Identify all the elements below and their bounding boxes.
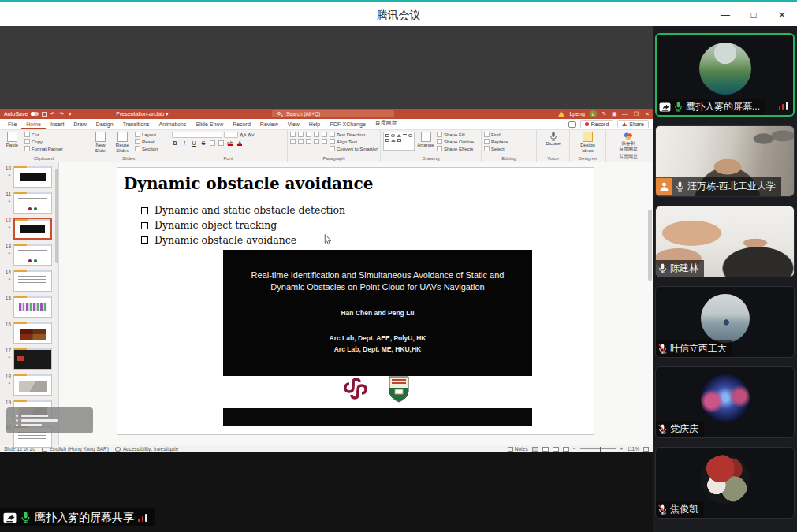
search-box[interactable]: Search (Alt+Q) [272, 110, 394, 117]
tab-help[interactable]: Help [304, 121, 325, 129]
slide-canvas[interactable]: Dynamic obstacle avoidance Dynamic and s… [117, 167, 594, 435]
columns-icon[interactable] [322, 139, 327, 144]
arrow-shape-icon[interactable] [385, 139, 389, 142]
highlight-color-button[interactable]: ab [227, 140, 233, 146]
shape-outline-button[interactable]: Shape Outline [437, 139, 474, 144]
thumbnail-slide-17[interactable]: 17 [0, 348, 54, 370]
ribbon-display-icon[interactable]: ▣ [612, 111, 617, 117]
triangle-shape-icon[interactable] [397, 134, 401, 137]
tab-insert[interactable]: Insert [46, 121, 69, 129]
dictate-button[interactable]: Dictate [543, 132, 563, 147]
justify-icon[interactable] [314, 139, 319, 144]
autosave-switch-icon[interactable] [31, 112, 39, 116]
reading-view-icon[interactable] [553, 447, 559, 452]
participant-tile[interactable]: 叶信立西工大 [655, 286, 795, 358]
paste-button[interactable]: Paste [2, 132, 22, 148]
fit-to-window-icon[interactable] [643, 447, 649, 452]
record-button[interactable]: Record [580, 120, 614, 128]
tab-home[interactable]: Home [21, 121, 46, 129]
tab-review[interactable]: Review [255, 121, 283, 129]
ppt-minimize-button[interactable]: — [622, 111, 628, 117]
slide-sorter-view-icon[interactable] [542, 447, 549, 452]
zoom-in-icon[interactable]: + [620, 446, 624, 452]
tab-slide-show[interactable]: Slide Show [191, 121, 228, 129]
line-shape-icon[interactable] [403, 134, 407, 135]
thumbnail-slide-10[interactable]: 10 [0, 166, 54, 188]
embedded-video-frame[interactable]: Real-time Identification and Simultaneou… [223, 250, 532, 376]
thumbnail-slide-18[interactable]: 18 [0, 374, 54, 396]
callout-shape-icon[interactable] [391, 139, 396, 142]
find-button[interactable]: Find [484, 132, 508, 137]
slide-bullet-list[interactable]: Dynamic and static obstacle detection Dy… [141, 203, 345, 247]
qat-dropdown-icon[interactable]: ▾ [67, 111, 73, 117]
rectangle-shape-icon[interactable] [385, 134, 389, 137]
oval-shape-icon[interactable] [408, 134, 412, 137]
participant-tile[interactable]: 焦俊凯 [655, 447, 795, 519]
font-color-button[interactable]: A [236, 140, 243, 146]
slide-thumbnail-panel[interactable]: 10 11 12 13 14 15 16 17 18 19 20 [0, 162, 59, 445]
design-ideas-button[interactable]: Design Ideas [576, 132, 600, 154]
italic-button[interactable]: I [181, 140, 188, 146]
autosave-toggle[interactable]: AutoSave [4, 111, 28, 117]
participant-tile[interactable]: 陈建林 [655, 206, 795, 277]
thumbnail-slide-11[interactable]: 11 [0, 192, 54, 214]
thumbnail-slide-14[interactable]: 14 [0, 270, 54, 292]
minimize-button[interactable]: — [717, 7, 734, 23]
increase-font-icon[interactable]: A˄ [240, 132, 246, 138]
reuse-slides-button[interactable]: Reuse Slides [113, 132, 132, 154]
text-direction-button[interactable]: Text Direction [330, 132, 378, 137]
thumbnail-slide-15[interactable]: 15 [0, 296, 54, 318]
shape-fill-button[interactable]: Shape Fill [437, 132, 474, 137]
align-text-button[interactable]: Align Text [330, 139, 378, 144]
increase-indent-icon[interactable] [314, 132, 319, 137]
save-icon[interactable] [42, 112, 47, 117]
participants-sidebar[interactable]: 鹰扑入雾的屏幕... 汪万栋-西北工业大学 陈建林 [653, 26, 797, 532]
maximize-button[interactable]: □ [745, 7, 762, 23]
ppt-restore-button[interactable]: ❐ [634, 111, 639, 117]
replace-button[interactable]: Replace [484, 139, 508, 144]
reset-button[interactable]: Reset [135, 139, 158, 144]
close-button[interactable]: ✕ [773, 7, 791, 23]
slide-editing-area[interactable]: Dynamic obstacle avoidance Dynamic and s… [59, 162, 653, 445]
canvas-scrollbar[interactable] [648, 210, 652, 281]
convert-smartart-button[interactable]: Convert to SmartArt [330, 146, 378, 151]
accessibility-status[interactable]: Accessibility: Investigate [115, 446, 178, 452]
bullets-icon[interactable] [290, 132, 296, 137]
share-button[interactable]: Share [617, 120, 649, 128]
underline-button[interactable]: U [191, 140, 197, 146]
participant-tile[interactable]: 党庆庆 [655, 366, 795, 438]
font-size-select[interactable] [224, 132, 238, 138]
floating-overlay-widget[interactable] [6, 407, 93, 433]
notes-button[interactable]: Notes [508, 446, 528, 452]
tab-animations[interactable]: Animations [155, 121, 192, 129]
zoom-slider[interactable] [580, 448, 616, 449]
zoom-out-icon[interactable]: − [573, 446, 576, 452]
format-painter-button[interactable]: Format Painter [24, 146, 63, 151]
undo-icon[interactable]: ↶ [50, 111, 55, 117]
tab-view[interactable]: View [283, 121, 304, 129]
text-shadow-icon[interactable] [210, 140, 215, 146]
align-left-icon[interactable] [290, 139, 296, 144]
slideshow-view-icon[interactable] [563, 447, 569, 452]
tab-pdf-xchange[interactable]: PDF-XChange [325, 121, 371, 129]
thumbnail-scrollbar[interactable] [55, 169, 58, 263]
copy-button[interactable]: Copy [24, 139, 63, 144]
select-button[interactable]: Select [484, 146, 508, 151]
shape-effects-button[interactable]: Shape Effects [437, 146, 474, 151]
ppt-close-button[interactable]: ✕ [645, 111, 650, 117]
save-to-baidu-button[interactable]: 保存到 百度网盘 [615, 132, 642, 152]
strikethrough-button[interactable]: S [200, 140, 207, 146]
align-right-icon[interactable] [306, 139, 311, 144]
cut-button[interactable]: Cut [24, 132, 63, 137]
shapes-gallery[interactable] [383, 132, 415, 151]
new-slide-button[interactable]: New Slide [91, 132, 110, 154]
bold-button[interactable]: B [172, 140, 178, 146]
thumbnail-slide-12-selected[interactable]: 12 [0, 218, 54, 240]
normal-view-icon[interactable] [532, 447, 538, 452]
line-spacing-icon[interactable] [322, 132, 327, 137]
layout-button[interactable]: Layout [135, 132, 158, 137]
star-shape-icon[interactable] [397, 139, 401, 142]
tab-record[interactable]: Record [228, 121, 255, 129]
thumbnail-slide-16[interactable]: 16 [0, 322, 54, 344]
tab-file[interactable]: File [3, 121, 21, 129]
